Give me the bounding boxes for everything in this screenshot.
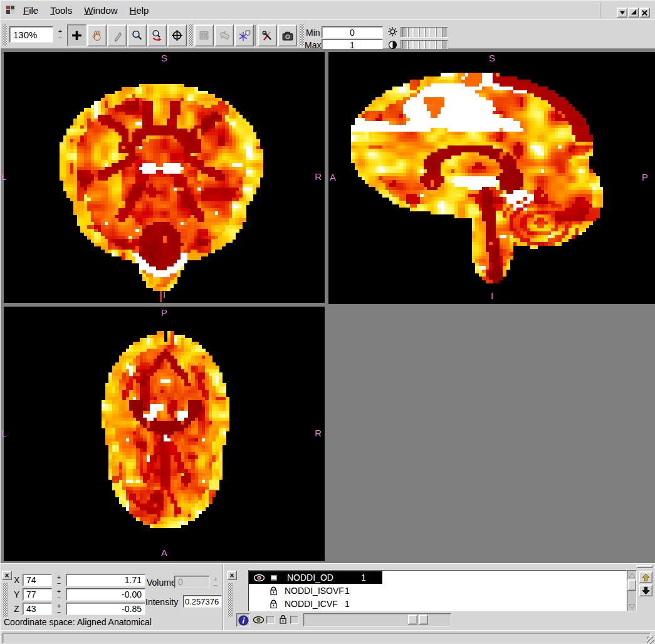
x-voxel-input[interactable]: 74 — [23, 574, 52, 586]
tools-icon — [261, 29, 273, 42]
min-value-input[interactable]: 0 — [322, 26, 383, 38]
brightness-thumbwheel[interactable] — [401, 27, 448, 38]
layer-volume-count: 1 — [361, 573, 366, 583]
y-mm-input[interactable]: -0.00 — [66, 588, 145, 601]
scrollbar-thumb[interactable] — [627, 579, 636, 591]
movie-button-disabled — [194, 24, 214, 46]
menu-file[interactable]: File — [23, 5, 38, 16]
coronal-view[interactable]: S I L R — [4, 52, 325, 303]
lock-icon — [270, 586, 278, 596]
crosshair-mode-button[interactable] — [67, 24, 86, 46]
menu-tools[interactable]: Tools — [50, 5, 72, 16]
hand-icon — [91, 29, 103, 42]
layer-list-scrollbar[interactable] — [627, 570, 637, 611]
center-cursor-button[interactable] — [167, 24, 187, 46]
y-label: Y — [14, 589, 19, 599]
move-layer-down-button[interactable] — [639, 584, 652, 596]
splitter-handle[interactable] — [636, 565, 652, 568]
visibility-checkbox[interactable] — [266, 616, 275, 624]
z-spin-down[interactable]: − — [57, 609, 61, 615]
orientation-label-superior: S — [489, 53, 495, 63]
axial-view[interactable]: P A L R — [4, 307, 325, 561]
bottom-panel: × X 74 + − 1.71 Y 77 + − -0.00 Z 43 + − … — [1, 563, 655, 630]
orientation-label-left: L — [1, 171, 6, 182]
intensity-value: 0.257376 — [183, 595, 222, 608]
y-spin-down[interactable]: − — [57, 594, 61, 601]
status-message-area — [3, 633, 651, 643]
volume-label: Volume — [147, 578, 176, 588]
draw-mode-button[interactable] — [107, 24, 127, 46]
toolbar-grip[interactable] — [3, 24, 7, 46]
layer-volume-count: 1 — [345, 599, 350, 609]
magnifier-icon — [131, 29, 143, 41]
toggle-visibility-eye-icon[interactable] — [253, 616, 265, 624]
x-mm-input[interactable]: 1.71 — [66, 574, 145, 586]
axial-slice-image[interactable] — [4, 307, 325, 561]
shade-window-button[interactable] — [617, 8, 627, 18]
layer-row[interactable]: NODDI_OD1 — [249, 571, 382, 584]
sagittal-view[interactable]: S I A P — [328, 52, 655, 304]
eye-icon — [253, 574, 265, 582]
layer-name: NODDI_ICVF — [285, 599, 345, 609]
volume-spin-down: − — [214, 582, 217, 588]
y-voxel-input[interactable]: 77 — [23, 588, 52, 601]
down-arrow-icon — [641, 586, 651, 595]
toolbar-separator — [254, 25, 256, 46]
crosshair-plus-icon — [71, 29, 83, 41]
orientation-label-superior: S — [161, 53, 167, 63]
volume-slider[interactable] — [303, 613, 451, 626]
up-arrow-icon — [641, 573, 651, 582]
layer-list[interactable]: NODDI_OD1 NODDI_ISOVF1 NODDI_ICVF1 — [248, 570, 627, 611]
sagittal-slice-image[interactable] — [328, 52, 655, 304]
snap-cursor-button[interactable] — [234, 24, 254, 46]
layer-marker-icon — [271, 575, 277, 581]
toolbar-grip[interactable] — [300, 24, 304, 46]
zoom-spin-up[interactable]: + — [58, 28, 62, 34]
close-cursor-panel-button[interactable]: × — [2, 571, 12, 580]
zoom-level-input[interactable]: 130% — [9, 26, 53, 43]
pan-mode-button[interactable] — [87, 24, 107, 46]
orientation-label-inferior: I — [491, 290, 493, 301]
move-layer-up-button[interactable] — [639, 571, 652, 583]
info-icon — [238, 615, 249, 626]
star-shield-icon — [238, 29, 251, 42]
resize-grip[interactable] — [647, 636, 654, 644]
coronal-slice-image[interactable] — [4, 52, 325, 303]
scroll-down-button[interactable] — [627, 602, 636, 611]
cursor-panel-grip[interactable] — [3, 583, 8, 617]
z-spinner: + − — [55, 602, 63, 616]
zoom-in-button[interactable] — [127, 24, 147, 46]
zoom-spin-down[interactable]: − — [58, 34, 62, 41]
z-mm-input[interactable]: -0.85 — [66, 603, 145, 615]
coordinate-space-status: Coordinate space: Aligned Anatomical — [4, 617, 152, 627]
restore-window-button[interactable] — [628, 8, 639, 18]
x-spin-down[interactable]: − — [57, 580, 61, 586]
slider-thumb-right[interactable] — [419, 615, 428, 625]
status-bar — [1, 630, 655, 644]
layer-row[interactable]: NODDI_ISOVF1 — [249, 584, 626, 597]
x-label: X — [14, 575, 19, 585]
close-window-button[interactable] — [639, 8, 650, 18]
scroll-up-button[interactable] — [627, 571, 636, 579]
min-label: Min — [306, 28, 320, 38]
image-settings-button[interactable] — [258, 24, 277, 46]
scroll-down-icon — [629, 604, 636, 610]
orientation-label-left: L — [1, 428, 6, 438]
menu-separator — [600, 3, 601, 18]
z-voxel-input[interactable]: 43 — [23, 603, 52, 615]
menu-help[interactable]: Help — [130, 5, 149, 16]
layer-panel-grip[interactable] — [228, 583, 233, 617]
toolbar-grip[interactable] — [189, 24, 193, 46]
toggle-lock-icon[interactable] — [279, 615, 287, 625]
volume-spinner: + − — [211, 575, 220, 589]
layer-info-button[interactable] — [236, 613, 250, 627]
layer-name: NODDI_ISOVF — [285, 586, 345, 596]
menu-window[interactable]: Window — [84, 5, 117, 16]
zoom-reset-button[interactable] — [147, 24, 167, 46]
lock-checkbox[interactable] — [290, 616, 298, 624]
slider-thumb-left[interactable] — [408, 615, 417, 625]
snapshot-button[interactable] — [278, 24, 297, 46]
layer-row[interactable]: NODDI_ICVF1 — [249, 598, 626, 610]
layer-name: NODDI_OD — [287, 573, 361, 583]
close-layer-panel-button[interactable]: × — [227, 571, 237, 580]
